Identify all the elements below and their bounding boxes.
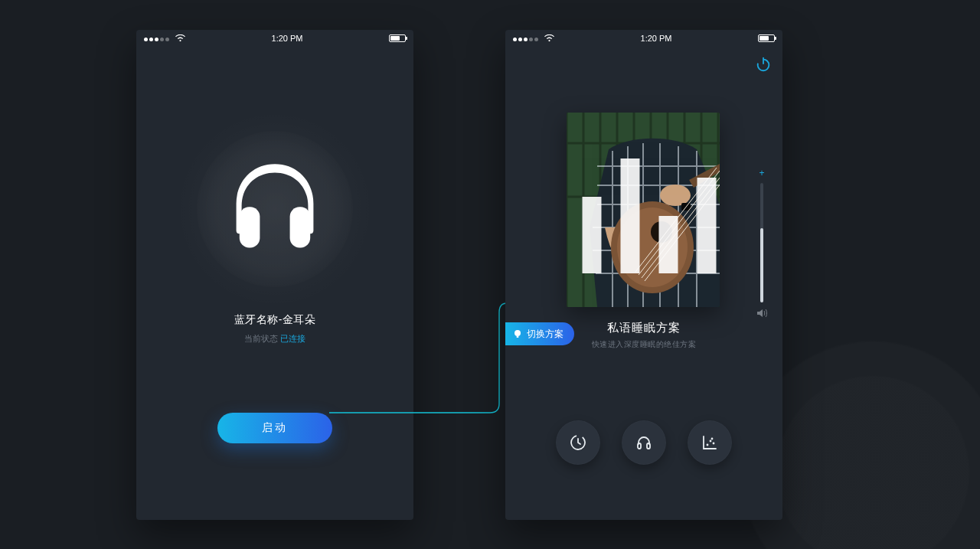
status-value: 已连接 xyxy=(280,334,305,343)
speaker-icon xyxy=(756,309,767,318)
svg-rect-40 xyxy=(659,216,678,273)
headphones-small-icon xyxy=(635,433,653,452)
plan-title: 私语睡眠方案 xyxy=(505,321,782,335)
halo-rings xyxy=(175,109,374,309)
headphones-icon xyxy=(221,155,328,263)
volume-track[interactable] xyxy=(760,183,763,302)
wifi-icon xyxy=(544,34,554,42)
volume-plus-icon: + xyxy=(759,168,764,178)
status-bar: 1:20 PM xyxy=(136,30,413,47)
status-prefix: 当前状态 xyxy=(244,334,278,343)
wifi-icon xyxy=(175,34,185,42)
status-time: 1:20 PM xyxy=(641,34,672,43)
svg-point-50 xyxy=(711,438,714,440)
volume-slider[interactable]: + xyxy=(755,168,769,318)
headphone-mode-button[interactable] xyxy=(622,420,666,465)
svg-point-47 xyxy=(707,444,709,446)
svg-rect-1 xyxy=(290,207,311,247)
start-button[interactable]: 启动 xyxy=(217,413,332,443)
action-row xyxy=(505,420,782,465)
clock-icon xyxy=(569,433,587,452)
svg-rect-0 xyxy=(240,207,260,247)
plan-subtitle: 快速进入深度睡眠的绝佳方案 xyxy=(505,339,782,350)
headphone-hero: 蓝牙名称-金耳朵 当前状态 已连接 xyxy=(136,109,413,345)
svg-rect-39 xyxy=(621,158,640,273)
timer-button[interactable] xyxy=(556,420,600,465)
svg-rect-45 xyxy=(638,443,641,449)
svg-point-49 xyxy=(713,443,715,445)
status-left xyxy=(513,34,554,43)
svg-rect-46 xyxy=(647,443,650,449)
svg-rect-38 xyxy=(583,197,602,273)
status-time: 1:20 PM xyxy=(272,34,303,43)
battery-icon xyxy=(758,34,775,42)
status-left xyxy=(144,34,185,43)
power-icon[interactable] xyxy=(755,56,772,73)
phone-screen-connect: 1:20 PM 蓝牙名称-金耳朵 当前状态 已连接 启动 xyxy=(136,30,413,520)
artboard: 1:20 PM 蓝牙名称-金耳朵 当前状态 已连接 启动 xyxy=(0,0,980,549)
phone-screen-player: 1:20 PM xyxy=(505,30,782,520)
bluetooth-status: 当前状态 已连接 xyxy=(244,333,305,345)
album-art[interactable] xyxy=(567,113,720,307)
status-bar: 1:20 PM xyxy=(505,30,782,47)
signal-dots-icon xyxy=(513,34,540,43)
svg-rect-41 xyxy=(697,178,717,273)
equalizer-icon xyxy=(573,119,720,307)
battery-icon xyxy=(389,34,406,42)
signal-dots-icon xyxy=(144,34,171,43)
svg-rect-43 xyxy=(517,336,519,338)
volume-fill xyxy=(760,228,763,302)
bluetooth-device-name: 蓝牙名称-金耳朵 xyxy=(234,313,316,327)
stats-button[interactable] xyxy=(688,420,732,465)
svg-point-48 xyxy=(710,440,712,443)
scatter-chart-icon xyxy=(701,433,719,452)
